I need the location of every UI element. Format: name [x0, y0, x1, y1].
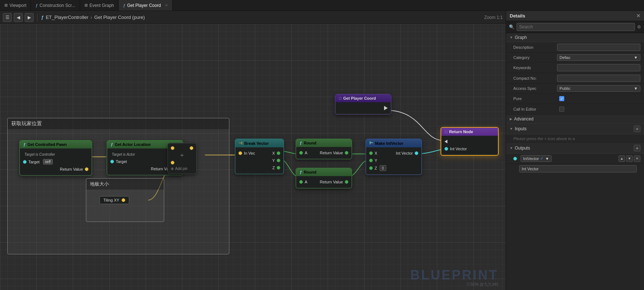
round1-return-pin[interactable] — [345, 151, 348, 155]
make-z-row: Z 0 — [366, 164, 421, 172]
round1-body: A Return Value — [296, 147, 352, 159]
app-container: ⊞ Viewport ƒ Construction Scr... ⊞ Event… — [0, 0, 644, 290]
get-controlled-pawn-node[interactable]: ƒ Get Controlled Pawn Target is Controll… — [19, 140, 92, 176]
outputs-section-header[interactable]: ▼ Outputs + — [506, 143, 644, 154]
return-int-vector-pin[interactable] — [445, 147, 448, 151]
self-badge: self — [43, 159, 53, 164]
make-x-pin[interactable] — [369, 151, 373, 155]
make-x-row: X Int Vector — [366, 150, 421, 157]
add-pin-row[interactable]: ⊕ Add pin — [171, 167, 193, 171]
round-node-1[interactable]: ƒ Round A Return Value — [296, 139, 352, 159]
round1-header: ƒ Round — [296, 139, 352, 147]
category-dropdown[interactable]: Defau ▼ — [557, 54, 640, 61]
break-vector-body: In Vec X Y Z — [235, 147, 284, 174]
description-value[interactable] — [557, 44, 640, 51]
breadcrumb-separator: › — [91, 15, 92, 20]
add-pin-button[interactable]: + — [634, 126, 640, 132]
output-pin-label[interactable]: Int Vector — [519, 165, 637, 172]
return-exec-row — [442, 138, 498, 145]
break-x-pin[interactable] — [277, 151, 280, 155]
round1-a-pin[interactable] — [299, 151, 303, 155]
output-type-dropdown[interactable]: IntVector ✓ ▼ — [521, 155, 552, 162]
add-output-pin-button[interactable]: + — [634, 145, 640, 151]
make-z-pin[interactable] — [369, 166, 373, 170]
inputs-section-header[interactable]: ▼ Inputs + — [506, 124, 644, 134]
advanced-arrow-icon: ▶ — [510, 117, 512, 121]
tab-event-graph[interactable]: ⊞ Event Graph — [80, 0, 119, 11]
break-vector-node[interactable]: ⊣ Break Vector In Vec X Y — [235, 139, 284, 174]
target-row: Target self — [20, 158, 91, 166]
compact-node-value[interactable] — [557, 75, 640, 82]
div-output-pin[interactable] — [190, 146, 193, 150]
break-y-pin[interactable] — [277, 159, 280, 162]
category-row: Category Defau ▼ — [506, 53, 644, 63]
div-input1-pin[interactable] — [171, 146, 174, 150]
comment-title-floor: 地板大小 — [86, 179, 164, 190]
back-btn[interactable]: ◀ — [14, 13, 23, 22]
call-in-editor-container[interactable] — [557, 106, 640, 113]
break-vector-header: ⊣ Break Vector — [235, 139, 284, 147]
round2-a-pin[interactable] — [299, 180, 303, 184]
div-bottom-row — [171, 161, 193, 164]
access-spec-dropdown[interactable]: Public ▼ — [557, 85, 640, 92]
div-symbol: ÷ — [171, 152, 193, 159]
actor-target-pin[interactable] — [110, 160, 114, 163]
tab-close-icon[interactable]: ✕ — [165, 3, 168, 7]
pure-checkbox-container[interactable]: ✓ — [557, 95, 640, 102]
settings-icon[interactable]: ⚙ — [637, 24, 641, 29]
tiling-xy-node[interactable]: Tiling XY — [99, 196, 129, 204]
tiling-pin[interactable] — [122, 198, 125, 202]
round1-a-row: A Return Value — [296, 149, 351, 156]
make-int-vector-node[interactable]: ⊢ Make IntVector X Int Vector — [366, 139, 422, 175]
keywords-value[interactable] — [557, 64, 640, 71]
make-y-pin[interactable] — [369, 159, 373, 162]
search-icon: 🔍 — [509, 24, 514, 29]
output-controls: ▲ ▼ ✕ — [619, 155, 640, 162]
output-delete-btn[interactable]: ✕ — [634, 155, 640, 162]
get-controlled-pawn-body: Target is Controller Target self Return … — [20, 148, 92, 175]
comment-box-floor[interactable]: 地板大小 Tiling XY — [86, 178, 164, 222]
break-invec-pin[interactable] — [238, 151, 242, 155]
forward-btn[interactable]: ▶ — [25, 13, 33, 22]
blueprint-canvas[interactable]: 获取玩家位置 ƒ Get Controlled Pawn Target is C… — [0, 24, 506, 290]
round-node-2[interactable]: ƒ Round A Return Value — [296, 168, 352, 188]
menu-btn[interactable]: ☰ — [3, 13, 12, 22]
tab-get-player-coord[interactable]: ƒ Get Player Coord ✕ — [119, 0, 173, 11]
keywords-row: Keywords — [506, 63, 644, 73]
csdn-credit: CSDN @九九345 — [467, 282, 498, 287]
round2-body: A Return Value — [296, 176, 352, 188]
division-node[interactable]: ÷ ⊕ Add pin — [167, 143, 197, 174]
search-input[interactable] — [517, 23, 635, 31]
details-close-icon[interactable]: ✕ — [636, 13, 640, 19]
tab-viewport[interactable]: ⊞ Viewport — [0, 0, 31, 11]
viewport-icon: ⊞ — [4, 3, 8, 8]
breadcrumb: ET_PlayerController › Get Player Coord (… — [46, 15, 145, 20]
advanced-section-header[interactable]: ▶ Advanced — [506, 115, 644, 124]
details-header: Details ✕ — [506, 11, 644, 21]
make-output-pin[interactable] — [415, 151, 418, 155]
tab-construction[interactable]: ƒ Construction Scr... — [31, 0, 80, 11]
checkmark-icon: ✓ — [560, 97, 563, 101]
output-up-btn[interactable]: ▲ — [619, 155, 625, 162]
round2-return-pin[interactable] — [345, 180, 348, 184]
graph-section-header[interactable]: ▼ Graph — [506, 33, 644, 42]
break-z-pin[interactable] — [277, 166, 280, 170]
target-pin[interactable] — [23, 160, 27, 164]
comment-box-main[interactable]: 获取玩家位置 ƒ Get Controlled Pawn Target is C… — [7, 118, 229, 254]
div-input2-pin[interactable] — [171, 161, 174, 164]
make-int-vector-body: X Int Vector Y Z 0 — [366, 147, 422, 175]
output-down-btn[interactable]: ▼ — [626, 155, 633, 162]
call-in-editor-checkbox[interactable] — [559, 107, 564, 112]
make-int-vector-header: ⊢ Make IntVector — [366, 139, 422, 147]
get-player-coord-icon: □ — [339, 96, 341, 100]
zoom-indicator: Zoom 1:1 — [484, 15, 503, 20]
return-pin[interactable] — [85, 167, 88, 171]
get-player-coord-node[interactable]: □ Get Player Coord — [335, 94, 391, 115]
break-z-row: Z — [236, 164, 283, 171]
inputs-hint: Please press the + icon above to a — [506, 134, 644, 143]
return-node[interactable]: □ Return Node Int Vector — [440, 127, 499, 156]
event-graph-icon: ⊞ — [84, 3, 88, 8]
pure-checkbox[interactable]: ✓ — [559, 96, 564, 101]
output-pin — [513, 157, 517, 160]
exec-out-row — [336, 104, 391, 112]
